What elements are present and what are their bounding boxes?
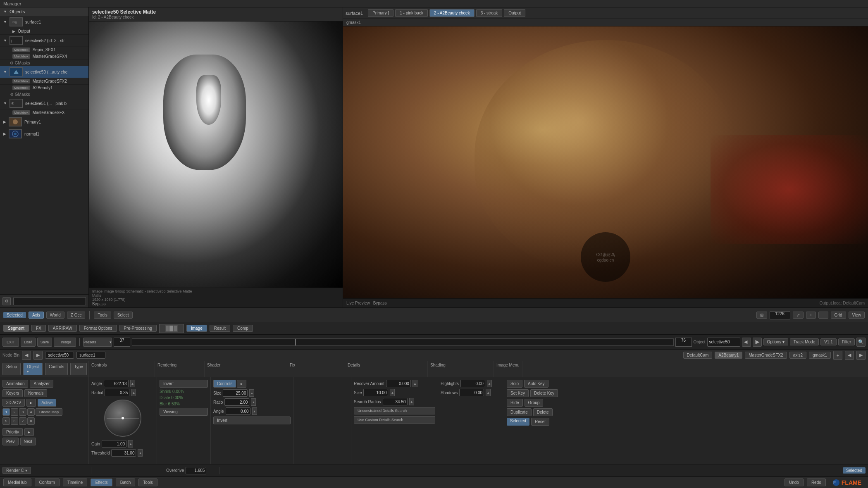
next-btn[interactable]: Next [20,438,36,445]
col-fix[interactable]: Fix [287,361,345,377]
normals-btn[interactable]: Normals [24,389,47,397]
col-shading[interactable]: Shading [428,361,494,377]
tab-output[interactable]: Output [504,9,525,17]
gain-value[interactable]: 1.00 [102,440,126,448]
mediahub-btn[interactable]: MediaHub [3,478,31,486]
recover-arrow[interactable]: ▲ [413,380,417,387]
sphere-widget[interactable] [104,400,141,437]
radial-value[interactable]: 0.35 [105,389,129,396]
zoom-input[interactable]: 122K [770,311,790,319]
priority-arrow[interactable]: ▸ [24,428,34,436]
grid-btn[interactable]: Grid [831,312,846,319]
object-select[interactable]: selective50 [707,338,740,347]
col-shader[interactable]: Shader [205,361,287,377]
angle-arrow[interactable]: ▲ [130,380,135,387]
bypass-label-right[interactable]: Bypass [373,301,387,305]
tab-primary[interactable]: Primary [ [368,9,393,17]
detail-size-value[interactable]: 10.00 [363,389,388,396]
center-bypass[interactable]: Bypass [92,302,339,306]
zocc-btn[interactable]: Z Occ [67,312,86,319]
timeline-btn[interactable]: Timeline [63,478,87,486]
obj-primary1[interactable]: ▶ Primary1 [0,116,88,128]
num-7-btn[interactable]: 7 [19,417,26,425]
tab-format-options[interactable]: Format Options [79,325,117,332]
hide-btn[interactable]: Hide [507,399,523,407]
tab-image[interactable]: Image [186,325,207,332]
size-arrow[interactable]: ▲ [249,389,254,397]
obj-surface1[interactable]: ▼ img surface1 [0,16,88,28]
unconstrained-btn[interactable]: Unconstrained Details Search [354,407,435,414]
col-setup[interactable]: Setup Object ▸ Controls Type [0,361,89,377]
tab-segment[interactable]: Segment [3,325,29,332]
num-8-btn[interactable]: 8 [27,417,35,425]
num-5-btn[interactable]: 5 [2,417,10,425]
obj-selective52[interactable]: ▼ | selective52 (Id: 3 - str [0,35,88,47]
conform-btn[interactable]: Conform [35,478,60,486]
next-node-btn[interactable]: ▶ [33,351,43,360]
next-track-btn[interactable]: |▶ [753,338,762,347]
tab-a2beauty[interactable]: 2 - A2Beauty cheek [429,9,475,17]
layout-btn[interactable]: ⊞ [756,312,767,319]
duplicate-btn[interactable]: Duplicate [507,408,532,416]
viewing-btn[interactable]: Viewing [160,408,208,416]
custom-details-btn[interactable]: Use Custom Details Search [354,416,435,424]
default-cam-btn[interactable]: DefaultCam [683,352,713,359]
analyzer-btn[interactable]: Analyzer [30,380,53,388]
shader-angle-arrow[interactable]: ▲ [252,407,257,415]
shader-invert-btn[interactable]: Invert [213,417,291,424]
overdrive-value[interactable]: 1.685 [186,467,206,474]
frame-end-input[interactable]: 76 [675,338,692,347]
shader-size-value[interactable]: 25.00 [223,389,248,397]
frame-start-input[interactable]: 37 [114,338,130,347]
setup-btn[interactable]: Setup [2,363,21,375]
aov-arrow-btn[interactable]: ▸ [26,399,36,407]
controls-arrow-btn[interactable]: ▸ [237,380,246,388]
obj-normal1[interactable]: ▶ normal1 [0,128,88,140]
set-key-btn[interactable]: Set Key [507,389,529,397]
presets-btn[interactable]: Presets▾ [83,338,112,347]
obj-mastergrade-sfx[interactable]: Matchbox MasterGradeSFX [0,110,88,116]
effects-btn[interactable]: Effects [91,478,112,486]
track-mode-btn[interactable]: Track Mode [790,338,819,345]
radial-arrow[interactable]: ▲ [131,389,136,396]
type-btn[interactable]: Type [70,363,87,375]
controls-dropdown-btn[interactable]: Controls [213,380,236,388]
tab-comp[interactable]: Comp [233,325,253,332]
prev-track-btn[interactable]: ◀| [742,338,751,347]
right-viewport[interactable]: CG素材岛cgdao.cn [343,26,868,298]
world-btn[interactable]: World [46,312,64,319]
prev-btn[interactable]: Prev [2,438,19,445]
undo-btn[interactable]: Undo [785,478,804,486]
view-btn[interactable]: View [849,312,865,319]
search-radius-value[interactable]: 34.50 [383,398,408,405]
tools-status-btn[interactable]: Tools [138,478,157,486]
shadows-arrow[interactable]: ▲ [486,389,491,396]
priority-btn[interactable]: Priority [2,428,23,436]
recover-amount-value[interactable]: 0.000 [386,380,411,387]
prev-cam-btn[interactable]: ◀ [845,351,854,360]
num-4-btn[interactable]: 4 [27,408,35,416]
tab-pre-processing[interactable]: Pre-Processing [119,325,157,332]
options-btn[interactable]: Options ▾ [763,338,788,345]
shadows-value[interactable]: 0.00 [459,389,484,396]
mastergrade-sfx2-cam-btn[interactable]: MasterGradeSFX2 [745,352,787,359]
timeline-bar[interactable] [132,338,674,346]
shrink-label[interactable]: Shrink 0.00% [160,389,208,394]
search-radius-arrow[interactable]: ▲ [409,398,414,405]
settings-icon[interactable]: ⚙ [2,297,11,305]
fit-btn[interactable]: ⤢ [793,312,804,319]
threshold-value[interactable]: 31.00 [111,449,136,457]
redo-btn[interactable]: Redo [807,478,826,486]
surface-input[interactable]: surface1 [76,352,105,359]
ratio-arrow[interactable]: ▲ [251,398,256,406]
col-image-menu[interactable]: Image Menu [494,361,522,377]
render-c-btn[interactable]: Render C ▾ [2,467,31,474]
axis2-cam-btn[interactable]: axis2 [789,352,806,359]
detail-size-arrow[interactable]: ▲ [390,389,395,396]
batch-btn[interactable]: Batch [116,478,136,486]
tab-result[interactable]: Result [210,325,230,332]
tab-streak[interactable]: 3 - streak [476,9,503,17]
obj-mastergrade-sfx2[interactable]: Matchbox MasterGradeSFX2 [0,78,88,85]
controls-tab-btn[interactable]: Controls [45,363,68,375]
object-btn[interactable]: Object ▸ [23,363,43,375]
